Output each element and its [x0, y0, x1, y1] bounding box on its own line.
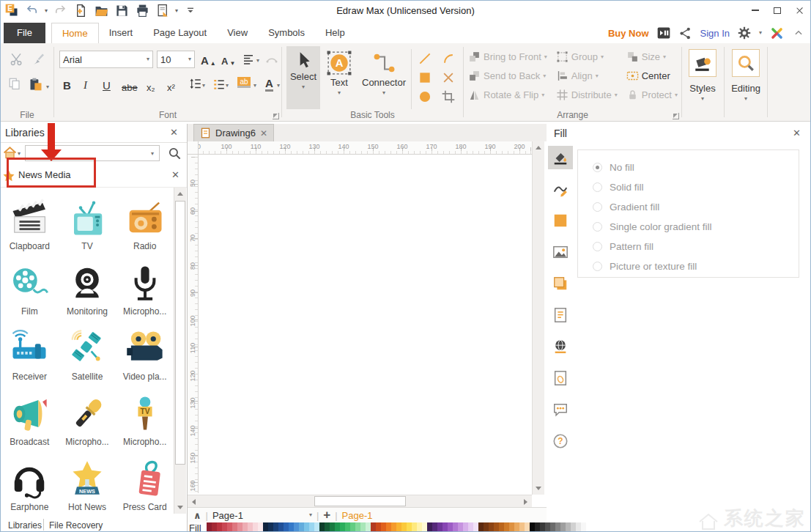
text-align-button[interactable]: [242, 53, 255, 66]
text-arc-button[interactable]: [265, 53, 278, 66]
color-swatch[interactable]: [319, 522, 325, 532]
color-swatch[interactable]: [432, 522, 437, 532]
tab-file[interactable]: File: [4, 23, 45, 43]
radio-icon[interactable]: [593, 202, 602, 212]
minimize-button[interactable]: [744, 1, 766, 20]
arrange-protect-button[interactable]: Protect▾: [625, 86, 679, 104]
canvas-vertical-scrollbar[interactable]: [532, 141, 544, 495]
color-swatch[interactable]: [237, 522, 242, 532]
color-swatch[interactable]: [212, 522, 217, 532]
hyperlink-globe-icon[interactable]: [548, 335, 573, 358]
color-swatch[interactable]: [468, 522, 473, 532]
decrease-font-button[interactable]: A▼: [221, 52, 235, 67]
editing-button[interactable]: Editing ▾: [730, 49, 761, 102]
fill-bucket-icon[interactable]: [548, 146, 573, 169]
footer-tab-libraries[interactable]: Libraries: [8, 520, 42, 531]
symbol-monitoring[interactable]: Monitoring: [59, 253, 116, 318]
bullet-list-dropdown-icon[interactable]: ▾: [226, 83, 229, 89]
color-swatch[interactable]: [284, 522, 289, 532]
page-selector[interactable]: Page-1: [212, 510, 243, 521]
fill-panel-close-icon[interactable]: ✕: [793, 128, 801, 138]
italic-button[interactable]: I: [84, 77, 87, 92]
color-swatch[interactable]: [530, 522, 535, 532]
library-home-dropdown-icon[interactable]: ▾: [18, 151, 21, 157]
library-close-icon[interactable]: ✕: [171, 169, 179, 180]
page-selector-dropdown-icon[interactable]: ▾: [309, 512, 312, 518]
color-swatch[interactable]: [350, 522, 355, 532]
color-swatch[interactable]: [309, 522, 314, 532]
font-color-dropdown-icon[interactable]: ▾: [277, 83, 280, 89]
close-button[interactable]: [788, 1, 810, 20]
color-swatch[interactable]: [540, 522, 545, 532]
font-size-select[interactable]: 10▾: [157, 51, 195, 68]
select-tool-button[interactable]: Select ▾: [286, 46, 320, 109]
color-swatch[interactable]: [571, 522, 576, 532]
symbol-earphone[interactable]: Earphone: [1, 448, 59, 514]
color-swatch[interactable]: [545, 522, 550, 532]
symbol-film[interactable]: Film: [1, 253, 59, 318]
tab-home[interactable]: Home: [51, 23, 99, 43]
underline-button[interactable]: U: [103, 77, 111, 92]
maximize-button[interactable]: [766, 1, 788, 20]
arrange-bring-to-front-button[interactable]: Bring to Front▾: [467, 48, 549, 66]
color-swatch[interactable]: [489, 522, 494, 532]
bold-button[interactable]: B: [63, 77, 71, 92]
color-swatch[interactable]: [345, 522, 350, 532]
tab-page-layout[interactable]: Page Layout: [143, 23, 217, 43]
tab-help[interactable]: Help: [315, 23, 355, 43]
color-swatch[interactable]: [550, 522, 555, 532]
symbol-receiver[interactable]: Receiver: [1, 318, 59, 383]
color-swatch[interactable]: [555, 522, 560, 532]
color-swatch[interactable]: [355, 522, 360, 532]
color-swatch[interactable]: [242, 522, 248, 532]
fill-option-picture-or-texture-fill[interactable]: Picture or texture fill: [593, 256, 799, 276]
canvas-hscroll-thumb[interactable]: [314, 496, 406, 506]
color-swatch[interactable]: [227, 522, 232, 532]
color-swatch[interactable]: [422, 522, 427, 532]
color-swatch[interactable]: [504, 522, 509, 532]
tab-insert[interactable]: Insert: [99, 23, 144, 43]
line-style-icon[interactable]: [548, 177, 573, 201]
note-icon[interactable]: [548, 366, 573, 390]
symbol-video-pla[interactable]: Video pla...: [116, 318, 174, 383]
color-swatch[interactable]: [437, 522, 442, 532]
paste-dropdown-icon[interactable]: ▾: [46, 84, 49, 90]
symbol-tv[interactable]: TV: [59, 188, 116, 253]
text-tool-button[interactable]: A Text ▾: [323, 46, 355, 96]
shape-fill-icon[interactable]: [548, 209, 573, 232]
color-swatch[interactable]: [453, 522, 458, 532]
styles-button[interactable]: Styles ▾: [688, 49, 717, 102]
radio-icon[interactable]: [593, 222, 602, 232]
symbol-press-card[interactable]: Press Card: [116, 448, 174, 514]
font-color-button[interactable]: A: [265, 77, 273, 92]
color-swatch[interactable]: [407, 522, 412, 532]
search-dropdown-icon[interactable]: ▾: [151, 151, 154, 157]
scroll-down-icon[interactable]: [174, 502, 186, 514]
symbol-micropho[interactable]: Micropho...: [116, 253, 174, 318]
symbol-micropho[interactable]: TVMicropho...: [116, 383, 174, 448]
settings-gear-icon[interactable]: [737, 26, 752, 40]
sign-in-button[interactable]: Sign In: [700, 28, 730, 39]
color-swatch[interactable]: [248, 522, 253, 532]
fill-option-pattern-fill[interactable]: Pattern fill: [593, 237, 799, 256]
color-swatch[interactable]: [289, 522, 294, 532]
radio-icon[interactable]: [593, 182, 602, 192]
color-swatch[interactable]: [525, 522, 530, 532]
comment-icon[interactable]: [548, 398, 573, 421]
page-tab-active[interactable]: Page-1: [342, 510, 373, 521]
settings-dropdown-icon[interactable]: ▾: [759, 30, 762, 36]
color-swatch[interactable]: [381, 522, 386, 532]
color-swatch[interactable]: [458, 522, 463, 532]
color-swatch[interactable]: [463, 522, 468, 532]
crop-tool-button[interactable]: [439, 87, 458, 106]
color-swatch[interactable]: [263, 522, 268, 532]
symbol-clapboard[interactable]: Clapboard: [1, 188, 59, 253]
delete-tool-button[interactable]: [439, 68, 458, 87]
connector-tool-button[interactable]: Connector ▾: [358, 46, 410, 96]
color-swatch[interactable]: [232, 522, 237, 532]
superscript-button[interactable]: x²: [167, 78, 175, 93]
font-dialog-launcher-icon[interactable]: [273, 113, 279, 119]
color-swatch[interactable]: [535, 522, 540, 532]
buy-now-button[interactable]: Buy Now: [608, 28, 649, 39]
color-swatch[interactable]: [314, 522, 319, 532]
